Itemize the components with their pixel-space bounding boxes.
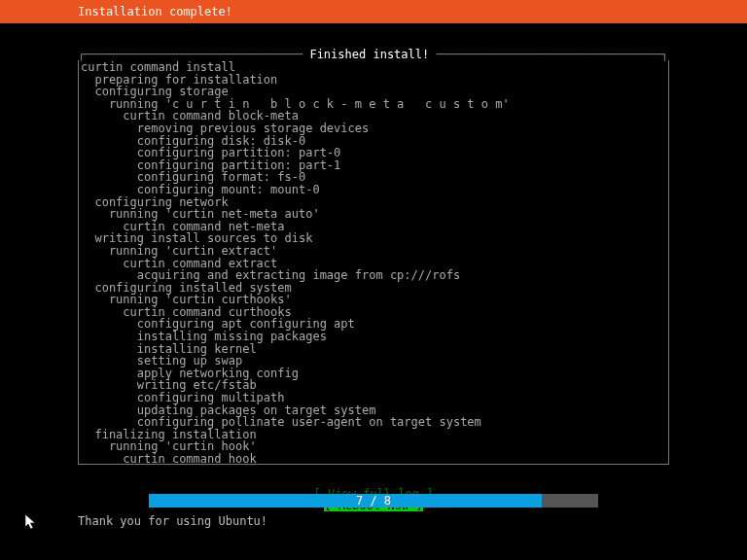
header-bar: Installation complete! — [0, 0, 747, 23]
log-line: configuring multipath — [81, 392, 666, 404]
progress-row: 7 / 8 — [0, 494, 747, 508]
log-line: running 'curtin extract' — [81, 245, 666, 258]
log-line: running 'curtin net-meta auto' — [81, 208, 666, 221]
log-line: curtin command hook — [81, 453, 666, 465]
frame-title: Finished install! — [309, 48, 429, 61]
log-line: configuring storage — [81, 86, 666, 98]
installer-main: ┌─────────────────────────────── Finishe… — [0, 23, 747, 529]
progress-label: 7 / 8 — [149, 494, 598, 508]
log-line: configuring partition: part-0 — [81, 147, 666, 159]
log-line: curtin command install — [81, 61, 666, 74]
install-log: curtin command install preparing for ins… — [78, 60, 669, 465]
header-title: Installation complete! — [78, 5, 232, 18]
log-line: running 'curtin curthooks' — [81, 294, 666, 306]
progress-bar: 7 / 8 — [149, 494, 598, 508]
log-line: configuring mount: mount-0 — [81, 184, 666, 196]
log-line: setting up swap — [81, 355, 666, 368]
frame-top-border: ┌─────────────────────────────── Finishe… — [78, 49, 669, 60]
log-frame: ┌─────────────────────────────── Finishe… — [78, 49, 669, 465]
cursor-icon — [25, 514, 37, 532]
footer-text: Thank you for using Ubuntu! — [78, 515, 267, 527]
log-line: installing missing packages — [81, 331, 666, 343]
log-line: acquiring and extracting image from cp:/… — [81, 269, 666, 282]
log-line: configuring pollinate user-agent on targ… — [81, 416, 666, 429]
log-line: removing previous storage devices — [81, 122, 666, 135]
